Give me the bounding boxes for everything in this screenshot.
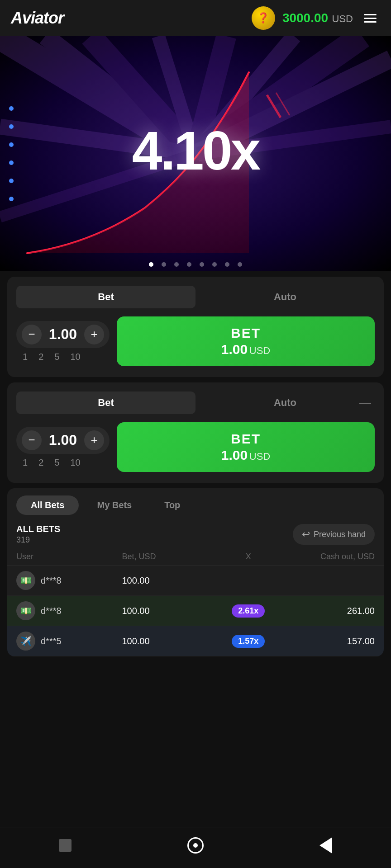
auto-tab-2[interactable]: Auto: [196, 392, 375, 414]
nav-stop-button[interactable]: [55, 835, 75, 855]
carousel-dot-2[interactable]: [174, 262, 179, 267]
header-right: ❓ 3000.00 USD: [252, 6, 380, 30]
bet-btn-label-1: BET: [231, 326, 261, 341]
multiplier-cell-2: 1.57x: [223, 635, 274, 648]
carousel-dot-7[interactable]: [238, 262, 242, 267]
multiplier-badge-1: 2.61x: [232, 604, 265, 618]
balance-amount: 3000.00: [282, 11, 328, 25]
quick-2-10[interactable]: 10: [70, 458, 80, 468]
menu-line-2: [364, 18, 377, 19]
quick-amounts-1: 1 2 5 10: [16, 352, 110, 362]
amount-value-1: 1.00: [47, 326, 79, 343]
left-dots: [9, 106, 14, 201]
auto-tab-1[interactable]: Auto: [196, 286, 375, 308]
multiplier-cell-1: 2.61x: [223, 604, 274, 618]
top-tab[interactable]: Top: [150, 495, 195, 515]
bet-tab-row-1: Bet Auto: [16, 286, 375, 308]
increase-btn-1[interactable]: +: [84, 325, 104, 344]
bet-section-1: Bet Auto − 1.00 + 1 2 5 10 BET 1.00 USD: [7, 277, 384, 377]
bet-btn-label-2: BET: [231, 431, 261, 447]
game-canvas: 4.10x: [0, 36, 391, 271]
bet-tab-row-2: Bet Auto —: [16, 392, 375, 414]
table-row: 💵 d***8 100.00: [7, 566, 384, 596]
multiplier-display: 4.10x: [132, 119, 259, 182]
amount-row-1: − 1.00 +: [16, 321, 110, 348]
bets-section: All Bets My Bets Top ALL BETS 319 ↩ Prev…: [7, 488, 384, 656]
quick-2-5[interactable]: 5: [54, 458, 59, 468]
col-cash: Cash out, USD: [274, 552, 375, 561]
quick-1-10[interactable]: 10: [70, 352, 80, 362]
bet-btn-amount-1: 1.00: [221, 342, 248, 357]
carousel-dots: [0, 262, 391, 267]
carousel-dot-4[interactable]: [200, 262, 204, 267]
carousel-dot-1[interactable]: [162, 262, 166, 267]
username-2: d***5: [41, 636, 62, 646]
logo-text: Aviator: [11, 9, 64, 27]
quick-1-5[interactable]: 5: [54, 352, 59, 362]
decrease-btn-1[interactable]: −: [22, 325, 42, 344]
dot-6: [9, 197, 14, 201]
user-cell-1: 💵 d***8: [16, 601, 117, 620]
nav-home-button[interactable]: [186, 835, 205, 855]
avatar-0: 💵: [16, 571, 35, 590]
multiplier-badge-2: 1.57x: [232, 635, 265, 648]
my-bets-tab[interactable]: My Bets: [82, 495, 146, 515]
dot-3: [9, 142, 14, 147]
bet-amount-0: 100.00: [117, 576, 223, 586]
dot-4: [9, 160, 14, 165]
col-x: X: [223, 552, 274, 561]
bet-btn-currency-1: USD: [249, 342, 270, 357]
menu-button[interactable]: [360, 10, 380, 26]
carousel-dot-5[interactable]: [212, 262, 217, 267]
balance-currency: USD: [332, 13, 353, 24]
bet-tab-2[interactable]: Bet: [16, 392, 196, 414]
bet-tab-1[interactable]: Bet: [16, 286, 196, 308]
bets-count: 319: [16, 535, 60, 545]
bet-amount-2: 100.00: [117, 636, 223, 646]
bet-btn-amount-row-2: 1.00 USD: [221, 448, 271, 463]
menu-line-3: [364, 21, 377, 23]
bet-section-2: Bet Auto — − 1.00 + 1 2 5 10 BET 1.00 US…: [7, 382, 384, 483]
cash-cell-2: 157.00: [274, 636, 375, 646]
dot-2: [9, 124, 14, 129]
home-icon: [187, 837, 204, 854]
coin-button[interactable]: ❓: [252, 6, 275, 30]
bet-btn-amount-2: 1.00: [221, 448, 248, 462]
col-bet: Bet, USD: [117, 552, 223, 561]
app-logo: Aviator: [11, 9, 64, 28]
user-cell-0: 💵 d***8: [16, 571, 117, 590]
app-header: Aviator ❓ 3000.00 USD: [0, 0, 391, 36]
prev-hand-icon: ↩: [302, 528, 310, 540]
dot-5: [9, 179, 14, 183]
username-1: d***8: [41, 606, 62, 616]
bets-title: ALL BETS: [16, 524, 60, 534]
quick-1-2[interactable]: 2: [38, 352, 43, 362]
bet-button-1[interactable]: BET 1.00 USD: [117, 316, 375, 366]
quick-amounts-2: 1 2 5 10: [16, 458, 110, 468]
increase-btn-2[interactable]: +: [84, 430, 104, 450]
carousel-dot-6[interactable]: [225, 262, 229, 267]
carousel-dot-0[interactable]: [149, 262, 153, 267]
bets-title-block: ALL BETS 319: [16, 524, 60, 545]
username-0: d***8: [41, 576, 62, 586]
collapse-btn-2[interactable]: —: [356, 394, 375, 412]
dot-1: [9, 106, 14, 111]
quick-2-1[interactable]: 1: [23, 458, 28, 468]
bet-controls-2: − 1.00 + 1 2 5 10 BET 1.00 USD: [16, 422, 375, 472]
nav-back-button[interactable]: [316, 835, 336, 855]
amount-value-2: 1.00: [47, 432, 79, 448]
nav-bar: [0, 827, 391, 868]
amount-control-2: − 1.00 + 1 2 5 10: [16, 427, 110, 468]
user-cell-2: ✈️ d***5: [16, 632, 117, 651]
back-icon: [319, 837, 332, 854]
bet-button-2[interactable]: BET 1.00 USD: [117, 422, 375, 472]
carousel-dot-3[interactable]: [187, 262, 191, 267]
col-user: User: [16, 552, 117, 561]
bet-controls-1: − 1.00 + 1 2 5 10 BET 1.00 USD: [16, 316, 375, 366]
decrease-btn-2[interactable]: −: [22, 430, 42, 450]
all-bets-tab[interactable]: All Bets: [16, 495, 79, 515]
previous-hand-button[interactable]: ↩ Previous hand: [293, 524, 375, 545]
quick-1-1[interactable]: 1: [23, 352, 28, 362]
amount-row-2: − 1.00 +: [16, 427, 110, 454]
quick-2-2[interactable]: 2: [38, 458, 43, 468]
